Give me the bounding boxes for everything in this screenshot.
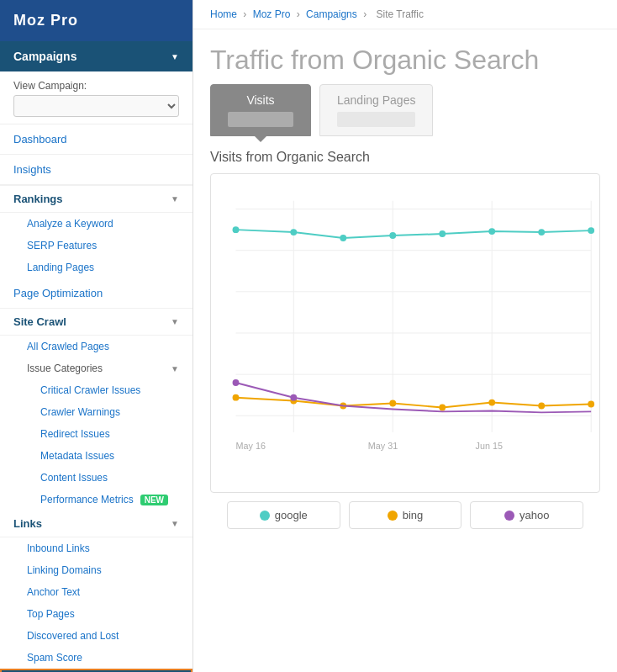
discovered-and-lost-label: Discovered and Lost (27, 630, 119, 642)
svg-point-14 (439, 230, 446, 237)
site-crawl-label: Site Crawl (13, 315, 66, 328)
svg-point-27 (290, 394, 297, 401)
page-optimization-label: Page Optimization (13, 287, 103, 299)
sidebar-item-redirect-issues[interactable]: Redirect Issues (0, 423, 192, 445)
metadata-issues-label: Metadata Issues (40, 450, 114, 462)
svg-point-10 (233, 226, 240, 233)
sidebar-item-performance-metrics[interactable]: Performance Metrics NEW (0, 489, 192, 511)
sidebar-item-issue-categories[interactable]: Issue Categories ▼ (0, 357, 192, 379)
svg-point-24 (538, 403, 545, 410)
svg-point-23 (488, 399, 495, 406)
sidebar-item-analyze-keyword[interactable]: Analyze a Keyword (0, 213, 192, 235)
campaigns-arrow-icon: ▼ (171, 52, 179, 61)
site-crawl-arrow-icon: ▼ (171, 317, 179, 326)
sidebar-item-inbound-links[interactable]: Inbound Links (0, 537, 192, 559)
legend-google-dot (260, 511, 270, 521)
redirect-issues-label: Redirect Issues (40, 428, 110, 440)
sidebar-item-critical-crawler-issues[interactable]: Critical Crawler Issues (0, 379, 192, 401)
svg-text:May 31: May 31 (368, 441, 398, 451)
campaigns-label: Campaigns (13, 50, 76, 63)
svg-point-17 (588, 227, 594, 234)
sidebar-item-landing-pages-rank[interactable]: Landing Pages (0, 257, 192, 278)
breadcrumb-current: Site Traffic (376, 8, 423, 20)
sidebar-item-links[interactable]: Links ▼ (0, 511, 192, 537)
tab-landing-pages-label: Landing Pages (337, 93, 415, 107)
performance-metrics-label: Performance Metrics (40, 494, 134, 505)
sidebar-item-top-pages[interactable]: Top Pages (0, 603, 192, 625)
insights-label: Insights (13, 163, 51, 176)
rankings-arrow-icon: ▼ (171, 194, 179, 204)
rankings-label: Rankings (13, 193, 63, 205)
breadcrumb-sep3: › (363, 8, 369, 20)
logo-text: Moz Pro (13, 12, 78, 29)
sidebar-item-linking-domains[interactable]: Linking Domains (0, 559, 192, 581)
view-campaign-container: View Campaign: (0, 71, 192, 124)
dashboard-label: Dashboard (13, 133, 67, 146)
legend-yahoo-dot (504, 511, 514, 521)
tab-visits-label: Visits (228, 93, 293, 107)
legend-google[interactable]: google (227, 501, 340, 529)
svg-point-16 (538, 229, 545, 235)
page-title: Traffic from Organic Search (193, 29, 617, 84)
legend-row: google bing yahoo (210, 493, 600, 529)
legend-yahoo[interactable]: yahoo (470, 501, 583, 529)
breadcrumb-campaigns[interactable]: Campaigns (306, 8, 357, 20)
top-pages-label: Top Pages (27, 608, 75, 620)
tab-landing-pages[interactable]: Landing Pages (319, 84, 433, 136)
new-badge: NEW (140, 495, 168, 505)
issue-categories-label: Issue Categories (27, 362, 103, 374)
sidebar-item-all-crawled-pages[interactable]: All Crawled Pages (0, 336, 192, 357)
chart-section: Visits from Organic Search (193, 150, 617, 537)
breadcrumb-sep2: › (297, 8, 303, 20)
sidebar-item-insights[interactable]: Insights (0, 155, 192, 185)
sidebar-item-crawler-warnings[interactable]: Crawler Warnings (0, 401, 192, 423)
serp-features-label: SERP Features (27, 240, 97, 251)
view-campaign-label: View Campaign: (13, 80, 179, 92)
legend-bing-dot (388, 511, 398, 521)
svg-point-26 (233, 379, 240, 386)
sidebar-item-spam-score[interactable]: Spam Score (0, 647, 192, 669)
campaign-select[interactable] (13, 95, 179, 117)
svg-point-21 (389, 400, 396, 407)
all-crawled-pages-label: All Crawled Pages (27, 341, 109, 352)
svg-point-13 (389, 232, 396, 239)
svg-point-25 (588, 401, 594, 408)
spam-score-label: Spam Score (27, 652, 82, 664)
logo: Moz Pro (0, 0, 192, 41)
sidebar-item-metadata-issues[interactable]: Metadata Issues (0, 445, 192, 467)
chart-title: Visits from Organic Search (210, 150, 600, 165)
issue-categories-arrow-icon: ▼ (171, 364, 179, 373)
legend-bing-label: bing (403, 509, 424, 521)
legend-bing[interactable]: bing (349, 501, 462, 529)
breadcrumb: Home › Moz Pro › Campaigns › Site Traffi… (193, 0, 617, 29)
sidebar-item-rankings[interactable]: Rankings ▼ (0, 185, 192, 213)
svg-point-22 (439, 405, 446, 411)
sidebar: Moz Pro Campaigns ▼ View Campaign: Dashb… (0, 0, 193, 672)
chart-container: May 16 May 31 Jun 15 (210, 173, 600, 493)
tabs-row: Visits Landing Pages (193, 84, 617, 136)
legend-google-label: google (275, 509, 308, 521)
sidebar-item-serp-features[interactable]: SERP Features (0, 235, 192, 257)
svg-text:May 16: May 16 (235, 441, 265, 451)
sidebar-item-content-issues[interactable]: Content Issues (0, 467, 192, 489)
campaigns-bar[interactable]: Campaigns ▼ (0, 41, 192, 71)
sidebar-item-site-crawl[interactable]: Site Crawl ▼ (0, 309, 192, 336)
sidebar-item-discovered-and-lost[interactable]: Discovered and Lost (0, 625, 192, 647)
sidebar-item-anchor-text[interactable]: Anchor Text (0, 581, 192, 603)
critical-crawler-issues-label: Critical Crawler Issues (40, 384, 140, 396)
linking-domains-label: Linking Domains (27, 564, 102, 576)
chart-svg: May 16 May 31 Jun 15 (211, 183, 599, 484)
sidebar-item-page-optimization[interactable]: Page Optimization (0, 278, 192, 309)
landing-pages-rank-label: Landing Pages (27, 262, 94, 273)
inbound-links-label: Inbound Links (27, 542, 90, 554)
svg-point-12 (340, 235, 346, 241)
links-arrow-icon: ▼ (171, 519, 179, 528)
sidebar-item-dashboard[interactable]: Dashboard (0, 124, 192, 155)
sidebar-item-site-traffic[interactable]: Site Traffic ▶ (0, 669, 192, 672)
svg-text:Jun 15: Jun 15 (476, 441, 503, 451)
breadcrumb-home[interactable]: Home (210, 8, 237, 20)
tab-visits[interactable]: Visits (210, 84, 311, 136)
breadcrumb-mozpro[interactable]: Moz Pro (253, 8, 291, 20)
breadcrumb-sep1: › (243, 8, 249, 20)
svg-point-11 (290, 229, 297, 235)
